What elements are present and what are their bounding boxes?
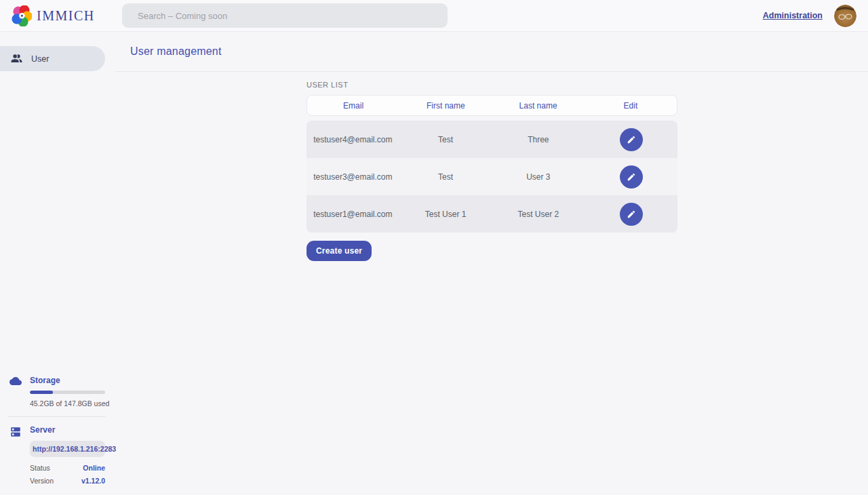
table-body: testuser4@email.com Test Three bbox=[307, 121, 677, 233]
top-navbar: IMMICH Administration bbox=[0, 0, 868, 32]
user-table: Email First name Last name Edit testuser… bbox=[307, 95, 677, 233]
storage-progress-fill bbox=[30, 391, 53, 394]
immich-logo-icon bbox=[12, 5, 32, 26]
server-version-row: Version v1.12.0 bbox=[30, 477, 105, 485]
pencil-icon bbox=[627, 135, 636, 144]
server-icon bbox=[9, 425, 22, 485]
edit-user-button[interactable] bbox=[620, 128, 643, 151]
pencil-icon bbox=[627, 172, 636, 182]
status-value: Online bbox=[83, 464, 105, 472]
table-row: testuser1@email.com Test User 1 Test Use… bbox=[307, 195, 677, 233]
search-bar bbox=[122, 3, 448, 28]
cell-first-name: Test bbox=[399, 172, 492, 182]
create-user-button[interactable]: Create user bbox=[307, 241, 372, 261]
cell-last-name: Test User 2 bbox=[492, 210, 585, 219]
server-status-row: Status Online bbox=[30, 464, 105, 472]
brand-name: IMMICH bbox=[37, 8, 95, 24]
storage-usage-text: 45.2GB of 147.8GB used bbox=[30, 399, 105, 408]
storage-progress-bar bbox=[30, 391, 105, 394]
main-area: User management USER LIST Email First na… bbox=[115, 32, 868, 495]
col-header-email: Email bbox=[307, 101, 399, 111]
col-header-last-name: Last name bbox=[492, 101, 585, 111]
col-header-first-name: First name bbox=[399, 101, 492, 111]
table-row: testuser3@email.com Test User 3 bbox=[307, 158, 677, 195]
version-label: Version bbox=[30, 477, 54, 485]
page-header: User management bbox=[115, 32, 868, 72]
users-icon bbox=[10, 52, 23, 65]
cell-last-name: Three bbox=[492, 135, 585, 144]
user-avatar[interactable] bbox=[834, 5, 856, 27]
table-row: testuser4@email.com Test Three bbox=[307, 121, 677, 158]
sidebar-item-user[interactable]: User bbox=[0, 46, 105, 71]
storage-title: Storage bbox=[30, 376, 105, 385]
cell-first-name: Test bbox=[399, 135, 492, 144]
pencil-icon bbox=[627, 210, 636, 219]
status-label: Status bbox=[30, 464, 50, 472]
cloud-icon bbox=[9, 376, 22, 408]
table-header-row: Email First name Last name Edit bbox=[307, 95, 677, 116]
cell-email: testuser4@email.com bbox=[307, 135, 399, 144]
col-header-edit: Edit bbox=[585, 101, 677, 111]
search-input[interactable] bbox=[122, 3, 448, 28]
content-area: USER LIST Email First name Last name Edi… bbox=[115, 72, 868, 261]
sidebar-bottom: Storage 45.2GB of 147.8GB used Server ht… bbox=[0, 376, 115, 495]
user-list-label: USER LIST bbox=[307, 81, 868, 89]
page-title: User management bbox=[130, 45, 222, 58]
cell-email: testuser3@email.com bbox=[307, 172, 399, 182]
sidebar: User Storage 45.2GB of 147.8GB used bbox=[0, 32, 115, 495]
cell-last-name: User 3 bbox=[492, 172, 585, 182]
server-section: Server http://192.168.1.216:2283 Status … bbox=[0, 425, 115, 485]
cell-first-name: Test User 1 bbox=[399, 210, 492, 219]
sidebar-item-label: User bbox=[31, 54, 49, 64]
sidebar-divider bbox=[8, 416, 105, 417]
storage-section: Storage 45.2GB of 147.8GB used bbox=[0, 376, 115, 408]
edit-user-button[interactable] bbox=[620, 165, 643, 189]
server-url-badge: http://192.168.1.216:2283 bbox=[30, 441, 105, 457]
cell-email: testuser1@email.com bbox=[307, 210, 399, 219]
administration-link[interactable]: Administration bbox=[763, 11, 823, 20]
edit-user-button[interactable] bbox=[620, 203, 643, 226]
navbar-right: Administration bbox=[763, 5, 868, 27]
brand[interactable]: IMMICH bbox=[0, 5, 122, 26]
server-title: Server bbox=[30, 425, 105, 435]
version-value: v1.12.0 bbox=[81, 477, 105, 485]
